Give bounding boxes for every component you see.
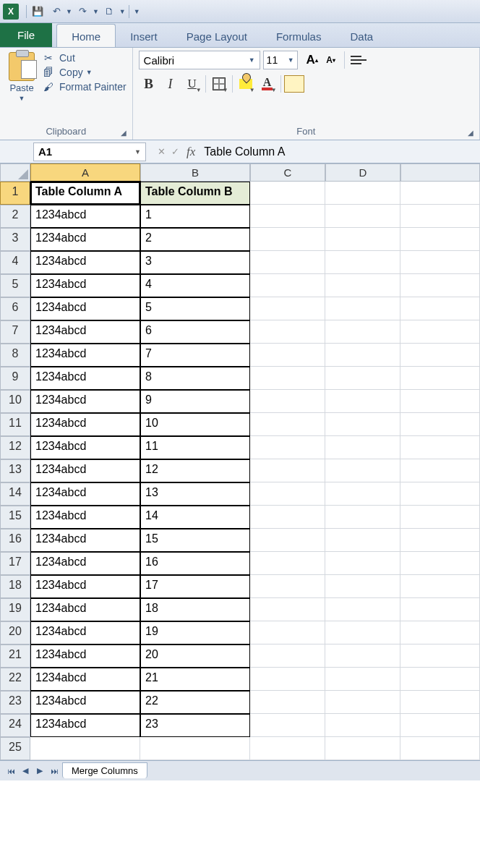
cell[interactable]: 13 xyxy=(140,482,250,506)
cell[interactable] xyxy=(250,320,325,344)
cell[interactable] xyxy=(250,436,325,459)
row-header[interactable]: 14 xyxy=(0,482,30,506)
font-color-button[interactable]: A▼ xyxy=(257,74,278,94)
cell[interactable] xyxy=(250,714,325,737)
cell[interactable]: 7 xyxy=(140,344,250,367)
cell[interactable] xyxy=(325,344,400,367)
bold-button[interactable]: B xyxy=(139,74,159,94)
cell[interactable]: 1234abcd xyxy=(30,436,140,459)
underline-button[interactable]: U▼ xyxy=(182,74,202,94)
paste-button[interactable]: Paste ▼ xyxy=(6,51,38,124)
cell[interactable]: 1234abcd xyxy=(30,228,140,251)
cell[interactable]: 1234abcd xyxy=(30,459,140,482)
cell[interactable]: 1234abcd xyxy=(30,529,140,552)
sheet-nav-prev-icon[interactable]: ◀ xyxy=(19,765,32,778)
cell[interactable] xyxy=(400,274,480,297)
cell[interactable]: 1234abcd xyxy=(30,390,140,413)
cell[interactable]: 14 xyxy=(140,506,250,529)
tab-file[interactable]: File xyxy=(0,23,52,47)
cell[interactable] xyxy=(400,506,480,529)
cell[interactable] xyxy=(400,344,480,367)
row-header[interactable]: 5 xyxy=(0,274,30,297)
copy-button[interactable]: 🗐Copy▼ xyxy=(42,67,127,78)
cell[interactable]: 23 xyxy=(140,714,250,737)
cell[interactable]: 1234abcd xyxy=(30,714,140,737)
row-header[interactable]: 17 xyxy=(0,552,30,575)
cell[interactable]: 4 xyxy=(140,274,250,297)
redo-icon[interactable]: ↷ xyxy=(75,4,91,20)
sheet-nav-next-icon[interactable]: ▶ xyxy=(33,765,46,778)
cell[interactable] xyxy=(400,529,480,552)
cell[interactable]: 18 xyxy=(140,598,250,621)
undo-dropdown-icon[interactable]: ▼ xyxy=(66,8,72,15)
cell[interactable] xyxy=(250,297,325,320)
cell[interactable]: 15 xyxy=(140,529,250,552)
cell[interactable] xyxy=(400,367,480,390)
cell[interactable]: 1234abcd xyxy=(30,320,140,344)
cell[interactable] xyxy=(400,668,480,691)
row-header[interactable]: 7 xyxy=(0,320,30,344)
cell[interactable] xyxy=(325,459,400,482)
cell[interactable]: 1234abcd xyxy=(30,575,140,598)
cell[interactable] xyxy=(400,691,480,714)
borders-button[interactable]: ▼ xyxy=(209,74,229,94)
cell[interactable]: 21 xyxy=(140,668,250,691)
cell[interactable] xyxy=(325,251,400,274)
cell[interactable] xyxy=(325,297,400,320)
font-name-combo[interactable]: Calibri▼ xyxy=(139,51,260,69)
cell[interactable] xyxy=(250,691,325,714)
qat-customize-icon[interactable]: ▼ xyxy=(119,8,126,15)
row-header[interactable]: 16 xyxy=(0,529,30,552)
cell[interactable]: 8 xyxy=(140,367,250,390)
cell[interactable] xyxy=(325,575,400,598)
cell[interactable] xyxy=(250,390,325,413)
cell[interactable] xyxy=(250,367,325,390)
dialog-launcher-icon[interactable]: ◢ xyxy=(468,129,473,137)
row-header[interactable]: 12 xyxy=(0,436,30,459)
cell[interactable] xyxy=(325,552,400,575)
row-header[interactable]: 25 xyxy=(0,737,30,760)
cell[interactable] xyxy=(250,506,325,529)
column-header[interactable]: B xyxy=(140,163,250,182)
cell[interactable] xyxy=(325,621,400,644)
formula-input[interactable]: Table Column A xyxy=(201,145,480,158)
tab-insert[interactable]: Insert xyxy=(116,25,172,47)
cell[interactable] xyxy=(325,228,400,251)
save-icon[interactable]: 💾 xyxy=(30,4,46,20)
paste-dropdown-icon[interactable]: ▼ xyxy=(19,95,25,102)
cell[interactable] xyxy=(325,691,400,714)
cell[interactable] xyxy=(250,668,325,691)
cell[interactable] xyxy=(30,737,140,760)
row-header[interactable]: 15 xyxy=(0,506,30,529)
fx-icon[interactable]: fx xyxy=(187,145,195,159)
cell[interactable]: 10 xyxy=(140,413,250,436)
row-header[interactable]: 10 xyxy=(0,390,30,413)
cell[interactable]: 1234abcd xyxy=(30,668,140,691)
cell[interactable]: 3 xyxy=(140,251,250,274)
cell[interactable]: 6 xyxy=(140,320,250,344)
column-header[interactable]: A xyxy=(30,163,140,182)
cell[interactable]: 19 xyxy=(140,621,250,644)
cell[interactable]: 9 xyxy=(140,390,250,413)
cell[interactable] xyxy=(400,251,480,274)
grow-font-button[interactable]: A▴ xyxy=(304,51,321,69)
cell[interactable] xyxy=(325,506,400,529)
cell[interactable] xyxy=(325,436,400,459)
cell[interactable]: 1234abcd xyxy=(30,413,140,436)
row-header[interactable]: 1 xyxy=(0,182,30,205)
cell[interactable] xyxy=(400,436,480,459)
cell[interactable] xyxy=(250,274,325,297)
cell[interactable] xyxy=(400,459,480,482)
cell[interactable] xyxy=(400,320,480,344)
cell[interactable] xyxy=(325,274,400,297)
row-header[interactable]: 23 xyxy=(0,691,30,714)
cell[interactable]: 1234abcd xyxy=(30,367,140,390)
cell[interactable] xyxy=(250,459,325,482)
cell[interactable]: 1234abcd xyxy=(30,506,140,529)
cell[interactable] xyxy=(325,205,400,228)
cell[interactable] xyxy=(250,413,325,436)
cell[interactable] xyxy=(250,621,325,644)
cell[interactable] xyxy=(400,552,480,575)
cell[interactable] xyxy=(325,668,400,691)
cell[interactable]: Table Column A xyxy=(30,182,140,205)
